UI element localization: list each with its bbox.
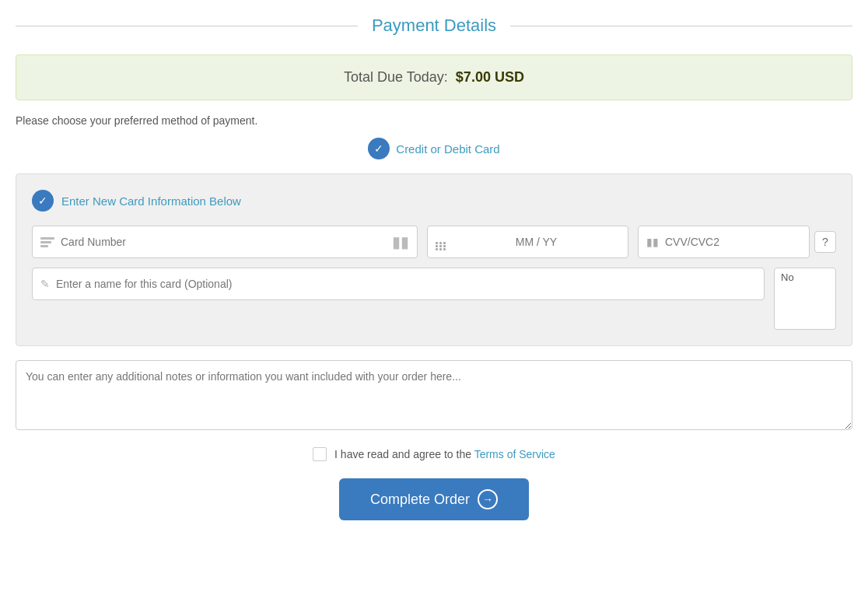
notes-textarea[interactable] [16,360,852,430]
payment-option-label: Credit or Debit Card [396,142,499,156]
card-icon [40,237,54,247]
cvv-icon: ▮▮ [646,236,659,248]
title-line-right [510,26,852,26]
card-type-icon: ▮▮ [392,233,409,251]
expiry-field[interactable] [427,226,628,258]
tos-label: I have read and agree to the Terms of Se… [334,448,555,460]
no-label: No [781,271,794,283]
total-due-amount: $7.00 USD [456,69,524,85]
card-name-input[interactable] [56,278,756,290]
tos-row: I have read and agree to the Terms of Se… [16,447,852,461]
card-info-header-label: Enter New Card Information Below [61,194,241,208]
complete-order-button[interactable]: Complete Order → [339,478,529,520]
card-number-field[interactable]: ▮▮ [32,226,418,258]
page-title-row: Payment Details [16,16,852,36]
calendar-icon [436,234,446,250]
tos-link[interactable]: Terms of Service [474,448,555,460]
tos-text: I have read and agree to the [334,448,474,460]
cvv-row: ▮▮ ? [638,226,836,258]
total-due-box: Total Due Today: $7.00 USD [16,54,852,100]
card-info-header: ✓ Enter New Card Information Below [32,190,836,212]
card-number-input[interactable] [61,236,392,248]
arrow-icon: → [478,489,498,509]
cvv-help-button[interactable]: ? [814,231,836,253]
page-title: Payment Details [358,16,510,36]
cvv-input[interactable] [665,236,801,248]
check-icon: ✓ [368,138,390,159]
tos-checkbox[interactable] [313,447,327,461]
card-info-section: ✓ Enter New Card Information Below ▮▮ [16,173,852,346]
cvv-field[interactable]: ▮▮ [638,226,810,258]
expiry-input[interactable] [453,236,620,248]
total-due-label: Total Due Today: [344,69,448,85]
credit-card-option[interactable]: ✓ Credit or Debit Card [368,138,499,159]
pencil-icon: ✎ [40,278,50,290]
card-fields-row: ▮▮ ▮▮ ? [32,226,836,258]
card-name-field[interactable]: ✎ [32,268,765,300]
complete-order-label: Complete Order [370,492,470,508]
second-row: ✎ No [32,268,836,330]
title-line-left [16,26,358,26]
payment-method-prompt: Please choose your preferred method of p… [16,114,852,127]
no-box: No [774,268,836,330]
payment-option-row: ✓ Credit or Debit Card [16,138,852,159]
card-section-check-icon: ✓ [32,190,54,212]
